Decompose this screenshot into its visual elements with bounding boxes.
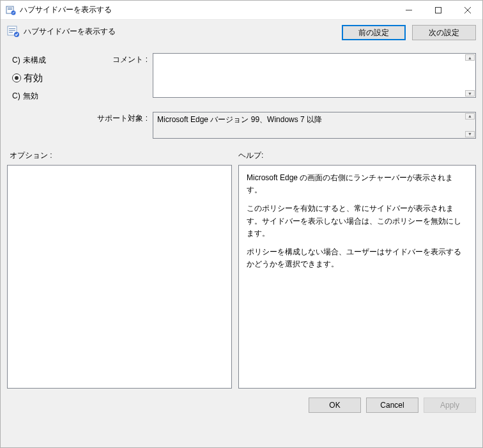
svg-rect-10 bbox=[9, 30, 15, 31]
policy-title: ハブサイドバーを表示する bbox=[24, 26, 116, 37]
help-label: ヘルプ: bbox=[236, 150, 263, 161]
client-area: ハブサイドバーを表示する 前の設定 次の設定 C) 未構成 有効 C) 無効 bbox=[1, 20, 482, 447]
radio-label: 有効 bbox=[24, 72, 43, 84]
supported-on-box: Microsoft Edge バージョン 99、Windows 7 以降 ▲ ▼ bbox=[153, 112, 476, 139]
help-paragraph: ポリシーを構成しない場合、ユーザーはサイドバーを表示するかどうかを選択できます。 bbox=[247, 246, 468, 270]
policy-icon bbox=[7, 25, 20, 38]
radio-mnemonic: C) bbox=[12, 91, 20, 100]
minimize-button[interactable] bbox=[394, 1, 424, 20]
supported-on-label: サポート対象 : bbox=[7, 112, 148, 139]
radio-enabled[interactable]: 有効 bbox=[12, 71, 109, 85]
header-row: ハブサイドバーを表示する 前の設定 次の設定 bbox=[7, 25, 476, 48]
scroll-down-icon[interactable]: ▼ bbox=[465, 90, 475, 97]
close-button[interactable] bbox=[453, 1, 482, 20]
help-paragraph: Microsoft Edge の画面の右側にランチャーバーが表示されます。 bbox=[247, 172, 468, 196]
radio-icon bbox=[12, 73, 21, 82]
radio-group: C) 未構成 有効 C) 無効 bbox=[7, 53, 109, 103]
previous-setting-button[interactable]: 前の設定 bbox=[342, 25, 406, 40]
scroll-up-icon[interactable]: ▲ bbox=[465, 113, 475, 120]
scroll-up-icon[interactable]: ▲ bbox=[465, 54, 475, 61]
svg-rect-1 bbox=[8, 8, 12, 8]
titlebar: ハブサイドバーを表示する bbox=[1, 1, 482, 20]
panels-row: Microsoft Edge の画面の右側にランチャーバーが表示されます。 この… bbox=[7, 165, 476, 389]
next-setting-button[interactable]: 次の設定 bbox=[412, 25, 476, 40]
window-title: ハブサイドバーを表示する bbox=[20, 4, 394, 15]
maximize-button[interactable] bbox=[424, 1, 453, 20]
radio-mnemonic: C) bbox=[12, 56, 20, 65]
supported-on-value: Microsoft Edge バージョン 99、Windows 7 以降 bbox=[157, 115, 322, 124]
apply-button: Apply bbox=[424, 398, 476, 413]
support-row: サポート対象 : Microsoft Edge バージョン 99、Windows… bbox=[7, 112, 476, 139]
ok-button[interactable]: OK bbox=[309, 398, 361, 413]
comment-textarea[interactable]: ▲ ▼ bbox=[153, 53, 476, 98]
comment-section: コメント : ▲ ▼ bbox=[109, 53, 476, 103]
comment-label: コメント : bbox=[109, 53, 148, 103]
svg-rect-2 bbox=[8, 9, 12, 10]
radio-disabled[interactable]: C) 無効 bbox=[12, 89, 109, 103]
header-left: ハブサイドバーを表示する bbox=[7, 25, 116, 38]
config-row: C) 未構成 有効 C) 無効 コメント : ▲ ▼ bbox=[7, 53, 476, 103]
radio-not-configured[interactable]: C) 未構成 bbox=[12, 53, 109, 67]
svg-rect-11 bbox=[9, 32, 13, 33]
window-controls bbox=[394, 1, 482, 19]
section-labels: オプション : ヘルプ: bbox=[7, 150, 476, 161]
options-label: オプション : bbox=[7, 150, 236, 161]
help-paragraph: このポリシーを有効にすると、常にサイドバーが表示されます。サイドバーを表示しない… bbox=[247, 203, 468, 240]
app-icon bbox=[6, 5, 16, 15]
policy-editor-window: ハブサイドバーを表示する bbox=[0, 0, 483, 448]
svg-rect-5 bbox=[436, 8, 441, 13]
radio-label: 未構成 bbox=[23, 55, 46, 66]
help-text: Microsoft Edge の画面の右側にランチャーバーが表示されます。 この… bbox=[247, 172, 468, 270]
radio-label: 無効 bbox=[23, 91, 38, 102]
cancel-button[interactable]: Cancel bbox=[366, 398, 418, 413]
scroll-down-icon[interactable]: ▼ bbox=[465, 131, 475, 137]
nav-buttons: 前の設定 次の設定 bbox=[342, 25, 476, 40]
help-panel[interactable]: Microsoft Edge の画面の右側にランチャーバーが表示されます。 この… bbox=[238, 165, 476, 389]
svg-rect-9 bbox=[9, 28, 15, 29]
dialog-buttons: OK Cancel Apply bbox=[7, 398, 476, 413]
options-panel[interactable] bbox=[7, 165, 232, 389]
